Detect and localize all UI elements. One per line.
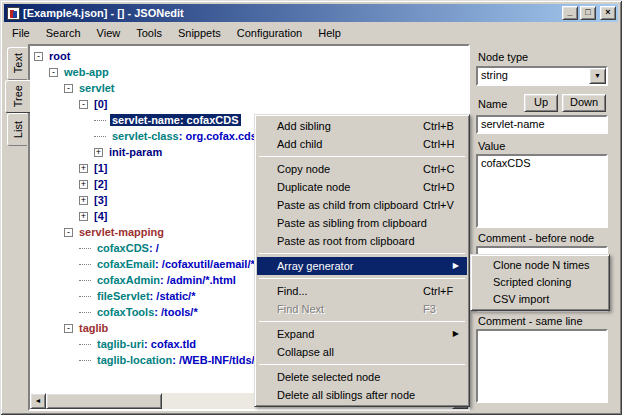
name-input[interactable]: servlet-name xyxy=(476,115,608,134)
tree-line-stub xyxy=(79,296,91,297)
shortcut-label: Ctrl+C xyxy=(423,160,454,178)
menu-snippets[interactable]: Snippets xyxy=(170,25,229,41)
menu-item-copy-node[interactable]: Copy nodeCtrl+C xyxy=(257,160,467,178)
window-title: [Example4.json] - [] - JSONedit xyxy=(23,7,562,19)
comment-same-line-textarea[interactable] xyxy=(476,329,608,403)
collapse-icon[interactable]: - xyxy=(79,100,88,109)
tab-tree[interactable]: Tree xyxy=(5,80,30,113)
menu-separator xyxy=(259,364,465,365)
up-button[interactable]: Up xyxy=(524,94,558,112)
app-window: [Example4.json] - [] - JSONedit _ □ × Fi… xyxy=(0,0,622,415)
menu-file[interactable]: File xyxy=(4,25,38,41)
scrollbar-thumb[interactable] xyxy=(46,393,162,409)
menu-item-paste-as-child[interactable]: Paste as child from clipboardCtrl+V xyxy=(257,196,467,214)
menu-item-paste-as-sibling[interactable]: Paste as sibling from clipboard xyxy=(257,214,467,232)
shortcut-label: Ctrl+H xyxy=(423,135,454,153)
expand-icon[interactable]: + xyxy=(79,164,88,173)
context-menu: Add siblingCtrl+B Add childCtrl+H Copy n… xyxy=(254,114,470,407)
tree-line-stub xyxy=(79,344,91,345)
menu-item-delete-selected-node[interactable]: Delete selected node xyxy=(257,368,467,386)
name-label: Name xyxy=(478,98,507,110)
title-bar[interactable]: [Example4.json] - [] - JSONedit _ □ × xyxy=(4,4,618,22)
node-type-value: string xyxy=(481,69,508,81)
menu-view[interactable]: View xyxy=(89,25,129,41)
value-textarea[interactable]: cofaxCDS xyxy=(476,154,608,228)
scroll-left-icon[interactable]: ◄ xyxy=(30,393,46,409)
menu-help[interactable]: Help xyxy=(310,25,349,41)
submenu-arrow-icon: ▶ xyxy=(453,325,459,343)
menu-item-paste-as-root[interactable]: Paste as root from clipboard xyxy=(257,232,467,250)
value-label: Value xyxy=(478,140,505,152)
tree-node-root[interactable]: -root xyxy=(30,48,468,64)
collapse-icon[interactable]: - xyxy=(49,68,58,77)
menu-separator xyxy=(259,253,465,254)
close-button[interactable]: × xyxy=(600,6,616,20)
submenu-arrow-icon: ▶ xyxy=(453,257,459,275)
shortcut-label: Ctrl+F xyxy=(423,282,453,300)
menu-configuration[interactable]: Configuration xyxy=(229,25,310,41)
tab-list[interactable]: List xyxy=(7,113,27,146)
collapse-icon[interactable]: - xyxy=(64,84,73,93)
menu-separator xyxy=(259,156,465,157)
menu-item-add-child[interactable]: Add childCtrl+H xyxy=(257,135,467,153)
down-button[interactable]: Down xyxy=(562,94,606,112)
shortcut-label: Ctrl+B xyxy=(423,117,454,135)
menu-item-delete-all-siblings-after-node[interactable]: Delete all siblings after node xyxy=(257,386,467,404)
shortcut-label: Ctrl+V xyxy=(423,196,454,214)
node-type-select[interactable]: string ▼ xyxy=(476,66,608,86)
tree-line-stub xyxy=(94,120,106,121)
comment-before-label: Comment - before node xyxy=(478,232,594,244)
shortcut-label: F3 xyxy=(423,300,436,318)
menu-bar: File Search View Tools Snippets Configur… xyxy=(4,23,618,42)
tree-line-stub xyxy=(79,312,91,313)
menu-item-duplicate-node[interactable]: Duplicate nodeCtrl+D xyxy=(257,178,467,196)
menu-item-find-next: Find NextF3 xyxy=(257,300,467,318)
tree-line-stub xyxy=(94,136,106,137)
menu-item-find[interactable]: Find...Ctrl+F xyxy=(257,282,467,300)
expand-icon[interactable]: + xyxy=(79,180,88,189)
menu-separator xyxy=(259,321,465,322)
menu-item-add-sibling[interactable]: Add siblingCtrl+B xyxy=(257,117,467,135)
tree-line-stub xyxy=(79,248,91,249)
tree-line-stub xyxy=(79,280,91,281)
node-type-label: Node type xyxy=(478,51,528,63)
dropdown-arrow-icon[interactable]: ▼ xyxy=(589,68,606,84)
collapse-icon[interactable]: - xyxy=(34,52,43,61)
tree-node-servlet[interactable]: -servlet xyxy=(30,80,468,96)
array-generator-submenu: Clone node N times Scripted cloning CSV … xyxy=(470,254,610,311)
tab-text[interactable]: Text xyxy=(7,47,27,80)
menu-item-array-generator[interactable]: Array generator▶ xyxy=(257,257,467,275)
submenu-item-scripted-cloning[interactable]: Scripted cloning xyxy=(473,274,607,291)
tree-line-stub xyxy=(79,264,91,265)
submenu-item-clone-node-n-times[interactable]: Clone node N times xyxy=(473,257,607,274)
collapse-icon[interactable]: - xyxy=(64,324,73,333)
shortcut-label: Ctrl+D xyxy=(423,178,454,196)
tree-line-stub xyxy=(79,360,91,361)
comment-same-line-label: Comment - same line xyxy=(478,315,583,327)
submenu-item-csv-import[interactable]: CSV import xyxy=(473,291,607,308)
collapse-icon[interactable]: - xyxy=(64,228,73,237)
menu-item-collapse-all[interactable]: Collapse all xyxy=(257,343,467,361)
menu-item-expand[interactable]: Expand▶ xyxy=(257,325,467,343)
menu-tools[interactable]: Tools xyxy=(128,25,170,41)
expand-icon[interactable]: + xyxy=(79,212,88,221)
minimize-button[interactable]: _ xyxy=(562,6,578,20)
menu-search[interactable]: Search xyxy=(38,25,89,41)
expand-icon[interactable]: + xyxy=(79,196,88,205)
tree-node-web-app[interactable]: -web-app xyxy=(30,64,468,80)
expand-icon[interactable]: + xyxy=(94,148,103,157)
menu-separator xyxy=(259,278,465,279)
app-icon xyxy=(7,7,20,20)
tree-node-0[interactable]: -[0] xyxy=(30,96,468,112)
maximize-button[interactable]: □ xyxy=(580,6,596,20)
